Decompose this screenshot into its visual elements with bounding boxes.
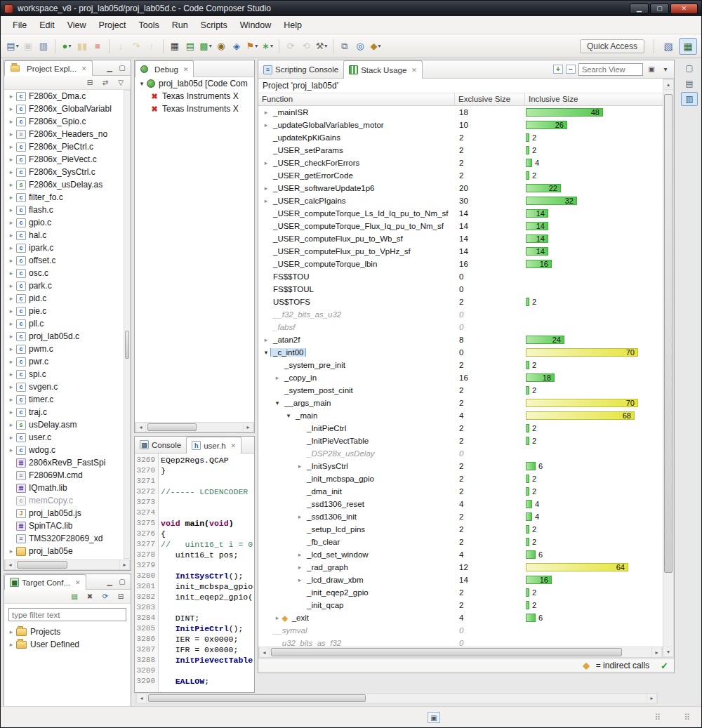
- delete-config-icon[interactable]: ✖: [84, 591, 95, 602]
- scroll-left-icon[interactable]: ◂: [259, 647, 270, 657]
- step-into-icon[interactable]: ↓: [113, 38, 128, 55]
- run-icon[interactable]: ∗▾: [260, 38, 275, 55]
- expand-arrow-icon[interactable]: ▸: [6, 244, 16, 251]
- editor-hscrollbar[interactable]: ◂ ▸: [135, 693, 658, 703]
- tree-item-flash.c[interactable]: ▸cflash.c: [4, 204, 124, 216]
- stack-row[interactable]: _init_qcap22: [258, 599, 663, 611]
- tree-item-hal.c[interactable]: ▸chal.c: [4, 229, 124, 241]
- expand-arrow-icon[interactable]: ▸: [6, 446, 16, 454]
- tree-item-offset.c[interactable]: ▸coffset.c: [4, 254, 124, 267]
- collapse-arrow-icon[interactable]: ▾: [137, 80, 147, 87]
- expand-arrow-icon[interactable]: ▸: [6, 168, 16, 176]
- expand-arrow-icon[interactable]: ▸: [6, 641, 16, 648]
- tree-item-F2806x_Dma.c[interactable]: ▸cF2806x_Dma.c: [4, 90, 124, 102]
- tree-item-spi.c[interactable]: ▸cspi.c: [4, 368, 124, 380]
- scroll-right-icon[interactable]: ▸: [243, 423, 253, 432]
- scroll-up-icon[interactable]: ▴: [663, 79, 673, 90]
- expand-arrow-icon[interactable]: ▸: [6, 181, 16, 188]
- tree-item-F2806x_Gpio.c[interactable]: ▸cF2806x_Gpio.c: [4, 115, 124, 128]
- tab-project-explorer[interactable]: Project Expl... ✕: [4, 60, 93, 76]
- expand-arrow-icon[interactable]: ▸: [6, 131, 16, 138]
- pe-hthumb[interactable]: [17, 561, 67, 569]
- expand-arrow-icon[interactable]: ▸: [261, 185, 271, 192]
- stack-row[interactable]: ▾_c_int00070: [258, 346, 663, 359]
- stack-row[interactable]: _USER_computeTorque_Ls_Id_Iq_pu_to_Nm_sf…: [258, 207, 663, 220]
- expand-arrow-icon[interactable]: ▸: [6, 282, 16, 289]
- expand-arrow-icon[interactable]: ▸: [6, 396, 16, 403]
- wand-icon[interactable]: ◆▾: [368, 38, 383, 55]
- expand-arrow-icon[interactable]: ▸: [6, 257, 16, 264]
- stack-row[interactable]: ▸_updateGlobalVariables_motor1026: [258, 119, 663, 131]
- menu-run[interactable]: Run: [166, 18, 194, 32]
- memory-icon[interactable]: ▩▾: [198, 38, 213, 55]
- scroll-right-icon[interactable]: ▸: [651, 647, 662, 657]
- view-grid-icon[interactable]: ▦: [167, 38, 183, 55]
- search-view-input[interactable]: [578, 63, 643, 76]
- tab-target-configurations[interactable]: ▦ Target Conf... ✕: [4, 574, 86, 590]
- stack-row[interactable]: ▸_copy_in1618: [258, 371, 663, 384]
- expand-arrow-icon[interactable]: ▸: [261, 197, 271, 204]
- stack-row[interactable]: ▾__args_main270: [258, 397, 663, 409]
- restore-views-icon[interactable]: ▢: [681, 61, 698, 75]
- minimize-view-icon[interactable]: ▁: [105, 578, 114, 585]
- debug-core-item[interactable]: ✖Texas Instruments X: [135, 102, 254, 115]
- expand-arrow-icon[interactable]: ▸: [6, 358, 16, 365]
- tree-item-2806xRevB_FastSpi[interactable]: ≣2806xRevB_FastSpi: [4, 456, 124, 469]
- build-icon[interactable]: ⚒▾: [314, 38, 329, 55]
- undo-icon[interactable]: ⟲: [298, 38, 314, 55]
- stack-row[interactable]: _USER_computeFlux_pu_to_VpHz_sf1414: [258, 245, 663, 258]
- expand-arrow-icon[interactable]: ▸: [6, 371, 16, 378]
- column-exclusive-size[interactable]: Exclusive Size: [455, 93, 525, 105]
- maximize-view-icon[interactable]: ▢: [117, 578, 127, 585]
- su-htrack[interactable]: [270, 647, 651, 657]
- expand-arrow-icon[interactable]: ▸: [6, 118, 16, 125]
- grip-icon[interactable]: ⠿: [684, 713, 690, 722]
- expand-arrow-icon[interactable]: ▸: [261, 336, 271, 343]
- save-icon[interactable]: ▣: [20, 38, 36, 55]
- su-hthumb[interactable]: [271, 648, 622, 656]
- suspend-icon[interactable]: ▮▮: [74, 38, 90, 55]
- connect-icon[interactable]: ⧉: [337, 38, 352, 55]
- expand-arrow-icon[interactable]: ▸: [6, 270, 16, 277]
- stack-row[interactable]: ▸_USER_softwareUpdate1p62022: [258, 182, 663, 194]
- pe-vscrollbar[interactable]: [124, 90, 131, 559]
- expand-arrow-icon[interactable]: ▸: [6, 434, 16, 441]
- tab-stack-usage[interactable]: Stack Usage ✕: [343, 60, 423, 79]
- close-button[interactable]: ✕: [670, 4, 698, 14]
- expand-arrow-icon[interactable]: ▸: [6, 333, 16, 340]
- expand-arrow-icon[interactable]: ▸: [6, 105, 16, 112]
- debug-core-item[interactable]: ✖Texas Instruments X: [135, 90, 254, 102]
- collapse-all-icon[interactable]: −: [566, 65, 576, 74]
- stack-row[interactable]: ▸_InitSysCtrl26: [258, 460, 663, 472]
- stack-row[interactable]: _USER_computeTorque_lbin1616: [258, 258, 663, 270]
- expand-arrow-icon[interactable]: ▸: [6, 206, 16, 213]
- scroll-left-icon[interactable]: ◂: [135, 423, 146, 432]
- expand-arrow-icon[interactable]: ▸: [6, 383, 16, 390]
- expand-arrow-icon[interactable]: ▸: [261, 159, 271, 166]
- column-inclusive-size[interactable]: Inclusive Size: [525, 93, 663, 105]
- su-hscrollbar[interactable]: ◂ ▸: [258, 647, 663, 658]
- tree-item-gpio.c[interactable]: ▸cgpio.c: [4, 216, 124, 229]
- watch-icon[interactable]: ◉: [213, 38, 229, 55]
- print-icon[interactable]: ▥: [36, 38, 51, 55]
- debug-htrack[interactable]: [146, 423, 243, 432]
- pe-vthumb[interactable]: [125, 331, 129, 359]
- target-item-projects[interactable]: ▸Projects: [4, 626, 131, 638]
- maximize-view-icon[interactable]: ▢: [117, 64, 127, 72]
- close-icon[interactable]: ✕: [183, 66, 189, 73]
- su-vscrollbar[interactable]: ▴ ▾: [663, 79, 674, 658]
- expand-arrow-icon[interactable]: ▸: [295, 513, 305, 520]
- tree-item-traj.c[interactable]: ▸ctraj.c: [4, 406, 124, 418]
- tree-item-wdog.c[interactable]: ▸cwdog.c: [4, 444, 124, 456]
- expand-arrow-icon[interactable]: ▸: [6, 307, 16, 315]
- tree-item-pll.c[interactable]: ▸cpll.c: [4, 317, 124, 330]
- new-target-config-icon[interactable]: ▤: [69, 591, 80, 602]
- expand-arrow-icon[interactable]: ▾: [272, 399, 282, 406]
- new-icon[interactable]: ▤▾: [5, 38, 20, 55]
- stack-row[interactable]: ▸_lcd_draw_xbm1416: [258, 574, 663, 586]
- column-function[interactable]: Function: [258, 93, 455, 105]
- menu-file[interactable]: File: [6, 18, 33, 32]
- grip-icon[interactable]: ⠿: [654, 713, 661, 722]
- collapse-all-icon[interactable]: ⊟: [84, 77, 95, 88]
- tab-scripting-console[interactable]: ≡ Scripting Console: [258, 60, 343, 79]
